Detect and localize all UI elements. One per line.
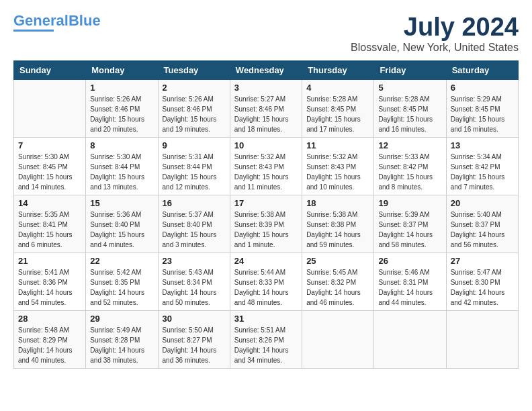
calendar-cell: 27Sunrise: 5:47 AM Sunset: 8:30 PM Dayli… bbox=[446, 253, 518, 310]
day-info: Sunrise: 5:38 AM Sunset: 8:38 PM Dayligh… bbox=[306, 210, 369, 250]
day-number: 10 bbox=[234, 140, 298, 150]
calendar-cell: 11Sunrise: 5:32 AM Sunset: 8:43 PM Dayli… bbox=[302, 137, 374, 195]
calendar-cell: 18Sunrise: 5:38 AM Sunset: 8:38 PM Dayli… bbox=[302, 195, 374, 253]
day-number: 14 bbox=[18, 198, 81, 208]
calendar-cell: 9Sunrise: 5:31 AM Sunset: 8:44 PM Daylig… bbox=[158, 137, 230, 195]
logo: GeneralBlue bbox=[13, 13, 101, 32]
calendar-cell: 3Sunrise: 5:27 AM Sunset: 8:46 PM Daylig… bbox=[230, 79, 302, 137]
calendar-cell: 26Sunrise: 5:46 AM Sunset: 8:31 PM Dayli… bbox=[374, 253, 446, 310]
calendar-cell bbox=[302, 310, 374, 368]
day-info: Sunrise: 5:41 AM Sunset: 8:36 PM Dayligh… bbox=[18, 267, 81, 308]
day-number: 29 bbox=[90, 314, 153, 324]
calendar-cell bbox=[14, 79, 86, 137]
day-info: Sunrise: 5:42 AM Sunset: 8:35 PM Dayligh… bbox=[90, 267, 153, 308]
calendar-cell: 1Sunrise: 5:26 AM Sunset: 8:46 PM Daylig… bbox=[86, 79, 158, 137]
calendar-cell: 12Sunrise: 5:33 AM Sunset: 8:42 PM Dayli… bbox=[374, 137, 446, 195]
week-row-4: 21Sunrise: 5:41 AM Sunset: 8:36 PM Dayli… bbox=[14, 253, 519, 310]
calendar-cell: 28Sunrise: 5:48 AM Sunset: 8:29 PM Dayli… bbox=[14, 310, 86, 368]
calendar-table: SundayMondayTuesdayWednesdayThursdayFrid… bbox=[13, 60, 519, 369]
day-info: Sunrise: 5:47 AM Sunset: 8:30 PM Dayligh… bbox=[451, 267, 514, 308]
calendar-cell: 30Sunrise: 5:50 AM Sunset: 8:27 PM Dayli… bbox=[158, 310, 230, 368]
day-number: 15 bbox=[90, 198, 153, 208]
day-info: Sunrise: 5:26 AM Sunset: 8:46 PM Dayligh… bbox=[90, 94, 153, 134]
day-info: Sunrise: 5:27 AM Sunset: 8:46 PM Dayligh… bbox=[234, 94, 298, 134]
header-day-monday: Monday bbox=[86, 60, 158, 79]
day-number: 27 bbox=[451, 256, 514, 266]
day-info: Sunrise: 5:32 AM Sunset: 8:43 PM Dayligh… bbox=[234, 152, 298, 192]
day-number: 8 bbox=[90, 140, 153, 150]
calendar-cell: 24Sunrise: 5:44 AM Sunset: 8:33 PM Dayli… bbox=[230, 253, 302, 310]
day-info: Sunrise: 5:36 AM Sunset: 8:40 PM Dayligh… bbox=[90, 210, 153, 250]
week-row-3: 14Sunrise: 5:35 AM Sunset: 8:41 PM Dayli… bbox=[14, 195, 519, 253]
day-number: 26 bbox=[378, 256, 441, 266]
day-number: 11 bbox=[306, 140, 369, 150]
day-number: 2 bbox=[163, 83, 226, 93]
week-row-2: 7Sunrise: 5:30 AM Sunset: 8:45 PM Daylig… bbox=[14, 137, 519, 195]
day-info: Sunrise: 5:31 AM Sunset: 8:44 PM Dayligh… bbox=[163, 152, 226, 192]
calendar-cell: 6Sunrise: 5:29 AM Sunset: 8:45 PM Daylig… bbox=[446, 79, 518, 137]
calendar-cell: 17Sunrise: 5:38 AM Sunset: 8:39 PM Dayli… bbox=[230, 195, 302, 253]
day-number: 9 bbox=[163, 140, 226, 150]
day-info: Sunrise: 5:48 AM Sunset: 8:29 PM Dayligh… bbox=[18, 325, 81, 365]
day-info: Sunrise: 5:30 AM Sunset: 8:44 PM Dayligh… bbox=[90, 152, 153, 192]
day-info: Sunrise: 5:37 AM Sunset: 8:40 PM Dayligh… bbox=[163, 210, 226, 250]
day-number: 31 bbox=[234, 314, 298, 324]
day-number: 25 bbox=[306, 256, 369, 266]
day-number: 30 bbox=[163, 314, 226, 324]
day-info: Sunrise: 5:29 AM Sunset: 8:45 PM Dayligh… bbox=[451, 94, 514, 134]
day-number: 24 bbox=[234, 256, 298, 266]
calendar-cell: 13Sunrise: 5:34 AM Sunset: 8:42 PM Dayli… bbox=[446, 137, 518, 195]
calendar-cell bbox=[374, 310, 446, 368]
day-info: Sunrise: 5:45 AM Sunset: 8:32 PM Dayligh… bbox=[306, 267, 369, 308]
day-info: Sunrise: 5:39 AM Sunset: 8:37 PM Dayligh… bbox=[378, 210, 441, 250]
day-number: 22 bbox=[90, 256, 153, 266]
header-day-friday: Friday bbox=[374, 60, 446, 79]
day-number: 16 bbox=[163, 198, 226, 208]
calendar-cell: 7Sunrise: 5:30 AM Sunset: 8:45 PM Daylig… bbox=[14, 137, 86, 195]
calendar-cell: 21Sunrise: 5:41 AM Sunset: 8:36 PM Dayli… bbox=[14, 253, 86, 310]
day-info: Sunrise: 5:40 AM Sunset: 8:37 PM Dayligh… bbox=[451, 210, 514, 250]
month-title: July 2024 bbox=[351, 13, 519, 42]
header-day-tuesday: Tuesday bbox=[158, 60, 230, 79]
day-number: 21 bbox=[18, 256, 81, 266]
calendar-cell: 14Sunrise: 5:35 AM Sunset: 8:41 PM Dayli… bbox=[14, 195, 86, 253]
calendar-cell bbox=[446, 310, 518, 368]
day-number: 18 bbox=[306, 198, 369, 208]
day-number: 4 bbox=[306, 83, 369, 93]
calendar-cell: 20Sunrise: 5:40 AM Sunset: 8:37 PM Dayli… bbox=[446, 195, 518, 253]
day-info: Sunrise: 5:43 AM Sunset: 8:34 PM Dayligh… bbox=[163, 267, 226, 308]
day-info: Sunrise: 5:32 AM Sunset: 8:43 PM Dayligh… bbox=[306, 152, 369, 192]
logo-underline bbox=[13, 30, 54, 32]
calendar-body: 1Sunrise: 5:26 AM Sunset: 8:46 PM Daylig… bbox=[14, 79, 519, 368]
calendar-cell: 16Sunrise: 5:37 AM Sunset: 8:40 PM Dayli… bbox=[158, 195, 230, 253]
day-number: 20 bbox=[451, 198, 514, 208]
calendar-cell: 23Sunrise: 5:43 AM Sunset: 8:34 PM Dayli… bbox=[158, 253, 230, 310]
calendar-header: SundayMondayTuesdayWednesdayThursdayFrid… bbox=[14, 60, 519, 79]
day-info: Sunrise: 5:30 AM Sunset: 8:45 PM Dayligh… bbox=[18, 152, 81, 192]
day-info: Sunrise: 5:33 AM Sunset: 8:42 PM Dayligh… bbox=[378, 152, 441, 192]
day-info: Sunrise: 5:34 AM Sunset: 8:42 PM Dayligh… bbox=[451, 152, 514, 192]
header-row: SundayMondayTuesdayWednesdayThursdayFrid… bbox=[14, 60, 519, 79]
day-number: 17 bbox=[234, 198, 298, 208]
calendar-cell: 22Sunrise: 5:42 AM Sunset: 8:35 PM Dayli… bbox=[86, 253, 158, 310]
day-info: Sunrise: 5:28 AM Sunset: 8:45 PM Dayligh… bbox=[378, 94, 441, 134]
calendar-cell: 25Sunrise: 5:45 AM Sunset: 8:32 PM Dayli… bbox=[302, 253, 374, 310]
day-info: Sunrise: 5:51 AM Sunset: 8:26 PM Dayligh… bbox=[234, 325, 298, 365]
day-number: 19 bbox=[378, 198, 441, 208]
day-info: Sunrise: 5:50 AM Sunset: 8:27 PM Dayligh… bbox=[163, 325, 226, 365]
day-number: 5 bbox=[378, 83, 441, 93]
calendar-cell: 8Sunrise: 5:30 AM Sunset: 8:44 PM Daylig… bbox=[86, 137, 158, 195]
calendar-cell: 31Sunrise: 5:51 AM Sunset: 8:26 PM Dayli… bbox=[230, 310, 302, 368]
day-number: 23 bbox=[163, 256, 226, 266]
day-info: Sunrise: 5:28 AM Sunset: 8:45 PM Dayligh… bbox=[306, 94, 369, 134]
day-number: 12 bbox=[378, 140, 441, 150]
logo-general: General bbox=[13, 12, 69, 29]
header-day-saturday: Saturday bbox=[446, 60, 518, 79]
day-number: 6 bbox=[451, 83, 514, 93]
calendar-cell: 10Sunrise: 5:32 AM Sunset: 8:43 PM Dayli… bbox=[230, 137, 302, 195]
day-info: Sunrise: 5:46 AM Sunset: 8:31 PM Dayligh… bbox=[378, 267, 441, 308]
page-header: GeneralBlue July 2024 Blossvale, New Yor… bbox=[13, 13, 519, 54]
header-day-thursday: Thursday bbox=[302, 60, 374, 79]
day-info: Sunrise: 5:44 AM Sunset: 8:33 PM Dayligh… bbox=[234, 267, 298, 308]
calendar-cell: 2Sunrise: 5:26 AM Sunset: 8:46 PM Daylig… bbox=[158, 79, 230, 137]
